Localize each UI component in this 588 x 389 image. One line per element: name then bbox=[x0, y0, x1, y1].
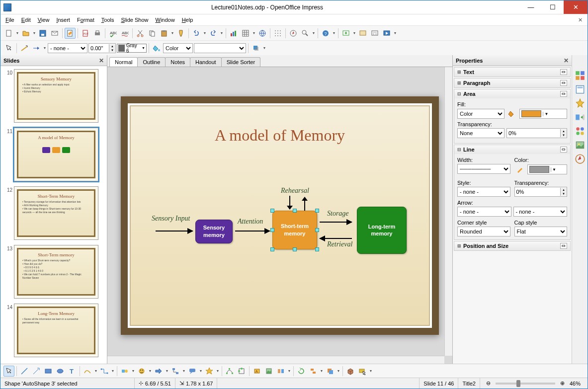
section-paragraph-header[interactable]: ⊞Paragraph▭ bbox=[454, 78, 570, 87]
line-width-spinner[interactable]: ▲▼ bbox=[88, 43, 116, 53]
print-button[interactable] bbox=[92, 28, 103, 39]
spellcheck-button[interactable]: ABC bbox=[107, 28, 118, 39]
menu-view[interactable]: View bbox=[35, 16, 53, 24]
arrow-style-dropdown[interactable]: ▼ bbox=[43, 46, 47, 50]
extrusion-button[interactable] bbox=[345, 366, 356, 377]
cap-style-select[interactable]: Flat bbox=[514, 227, 568, 236]
points-button[interactable] bbox=[224, 366, 235, 377]
slide-layout-button[interactable] bbox=[369, 28, 380, 39]
toolbar-overflow-2[interactable]: ▼ bbox=[393, 31, 397, 35]
email-button[interactable] bbox=[49, 28, 60, 39]
line-width-input[interactable] bbox=[89, 45, 109, 51]
grid-button[interactable] bbox=[272, 28, 283, 39]
paste-dropdown[interactable]: ▼ bbox=[170, 31, 174, 35]
tab-normal[interactable]: Normal bbox=[109, 57, 138, 67]
line-style-select[interactable]: - none - bbox=[48, 43, 87, 53]
gallery-icon[interactable] bbox=[575, 140, 586, 151]
close-button[interactable]: ✕ bbox=[564, 0, 588, 14]
section-line-header[interactable]: ⊟Line▭ bbox=[454, 145, 570, 154]
navigator-button[interactable] bbox=[288, 28, 299, 39]
menu-insert[interactable]: Insert bbox=[53, 16, 73, 24]
selection-handle[interactable] bbox=[315, 209, 319, 213]
section-text-header[interactable]: ⊞Text▭ bbox=[454, 68, 570, 77]
line-trans-spinner[interactable]: ▲▼ bbox=[514, 187, 568, 197]
selection-handle[interactable] bbox=[270, 247, 274, 251]
more-icon[interactable]: ▭ bbox=[560, 91, 567, 97]
insert-slide-dropdown[interactable]: ▼ bbox=[352, 31, 356, 35]
rotate-button[interactable] bbox=[296, 366, 307, 377]
basic-shapes-button[interactable] bbox=[119, 366, 130, 377]
selection-handle[interactable] bbox=[315, 247, 319, 251]
undo-button[interactable] bbox=[191, 28, 202, 39]
fill-type-select[interactable]: Color bbox=[163, 43, 193, 53]
arrow-select-button[interactable] bbox=[3, 43, 14, 54]
slides-panel-close-icon[interactable]: ✕ bbox=[99, 57, 104, 64]
select-tool[interactable] bbox=[3, 366, 14, 377]
section-position-header[interactable]: ⊞Position and Size▭ bbox=[454, 241, 570, 250]
tab-notes[interactable]: Notes bbox=[165, 57, 190, 67]
minimize-button[interactable]: — bbox=[520, 0, 542, 14]
interaction-button[interactable] bbox=[357, 366, 368, 377]
arrow-button[interactable] bbox=[31, 366, 42, 377]
cut-button[interactable] bbox=[135, 28, 146, 39]
chart-button[interactable] bbox=[228, 28, 239, 39]
properties-deck-icon[interactable] bbox=[575, 70, 586, 81]
slide-thumb-14[interactable]: 14 Long-Term Memory• Stores all the info… bbox=[3, 304, 104, 357]
table-button[interactable] bbox=[240, 28, 251, 39]
arrow-end-select[interactable]: - none - bbox=[513, 207, 568, 217]
line-color-picker[interactable]: ▼ bbox=[527, 164, 568, 174]
zoom-button[interactable] bbox=[300, 28, 311, 39]
trans-value-spinner[interactable]: ▲▼ bbox=[506, 128, 567, 138]
fill-tool-icon[interactable] bbox=[151, 43, 162, 54]
menu-slideshow[interactable]: Slide Show bbox=[118, 16, 151, 24]
navigator-deck-icon[interactable] bbox=[575, 154, 586, 164]
tab-outline[interactable]: Outline bbox=[137, 57, 166, 67]
new-button[interactable] bbox=[3, 28, 14, 39]
menu-format[interactable]: Format bbox=[74, 16, 97, 24]
spinner-up[interactable]: ▲ bbox=[109, 44, 115, 48]
connector-button[interactable] bbox=[99, 366, 110, 377]
slide-thumb-10[interactable]: 10 Sensory Memory• A filter works on sel… bbox=[3, 69, 104, 123]
slide-thumb-12[interactable]: 12 Short-Term Memory• Temporary storage … bbox=[3, 186, 104, 240]
ellipse-button[interactable] bbox=[55, 366, 66, 377]
selection-handle[interactable] bbox=[315, 228, 319, 232]
align-button[interactable] bbox=[308, 366, 319, 377]
zoom-out-button[interactable]: ⊖ bbox=[484, 380, 493, 387]
selection-handle[interactable] bbox=[293, 209, 297, 213]
open-dropdown[interactable]: ▼ bbox=[32, 31, 36, 35]
curve-button[interactable] bbox=[82, 366, 93, 377]
pencil-icon[interactable] bbox=[514, 164, 525, 175]
section-area-header[interactable]: ⊟Area▭ bbox=[454, 89, 570, 98]
maximize-button[interactable]: ☐ bbox=[542, 0, 564, 14]
zoom-value[interactable]: 46% bbox=[567, 381, 584, 387]
fill-value-select[interactable] bbox=[194, 43, 246, 53]
autospell-button[interactable]: ABC bbox=[119, 28, 130, 39]
box-long-term-memory[interactable]: Long-term memory bbox=[357, 207, 407, 254]
spinner-down[interactable]: ▼ bbox=[109, 48, 115, 52]
edit-file-button[interactable] bbox=[65, 28, 76, 39]
symbol-shapes-button[interactable] bbox=[136, 366, 147, 377]
zoom-in-button[interactable]: ⊕ bbox=[558, 380, 567, 387]
new-dropdown[interactable]: ▼ bbox=[15, 31, 19, 35]
line-width-select[interactable]: ──────── bbox=[457, 164, 510, 174]
from-file-button[interactable] bbox=[263, 366, 274, 377]
fill-type-select[interactable]: Color bbox=[457, 109, 504, 119]
toolbar2-overflow[interactable]: ▼ bbox=[262, 46, 266, 50]
menu-window[interactable]: Window bbox=[153, 16, 178, 24]
redo-dropdown[interactable]: ▼ bbox=[220, 31, 224, 35]
gallery-button[interactable] bbox=[275, 366, 286, 377]
paste-button[interactable] bbox=[159, 28, 169, 39]
insert-slide-button[interactable] bbox=[340, 28, 351, 39]
fontwork-button[interactable]: A bbox=[252, 366, 262, 377]
line-color-picker[interactable]: Gray 6 ▼ bbox=[117, 44, 147, 53]
slide-design-button[interactable] bbox=[357, 28, 368, 39]
block-arrows-button[interactable] bbox=[153, 366, 164, 377]
arrow-style-button[interactable] bbox=[31, 43, 42, 54]
line-style-select2[interactable]: - none - bbox=[457, 187, 510, 197]
arrange-button[interactable] bbox=[325, 366, 336, 377]
drawing-overflow[interactable]: ▼ bbox=[369, 369, 373, 373]
box-short-term-memory[interactable]: Short-term memory bbox=[272, 211, 317, 249]
menu-tools[interactable]: Tools bbox=[98, 16, 117, 24]
stars-button[interactable] bbox=[204, 366, 215, 377]
tab-handout[interactable]: Handout bbox=[190, 57, 222, 67]
